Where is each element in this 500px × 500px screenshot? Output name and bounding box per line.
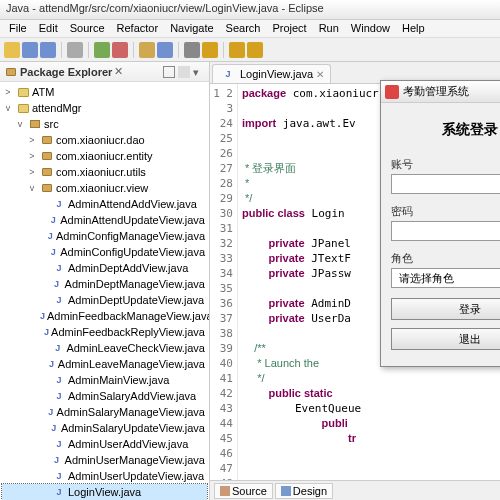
close-icon[interactable]: ✕ bbox=[316, 69, 324, 80]
tab-close-icon[interactable]: ✕ bbox=[114, 65, 123, 78]
dialog-title: 考勤管理系统 bbox=[403, 84, 469, 99]
tree[interactable]: >ATMvattendMgrvsrc>com.xiaoniucr.dao>com… bbox=[0, 82, 209, 500]
menu-run[interactable]: Run bbox=[314, 21, 344, 36]
package-com-xiaoniucr-view[interactable]: vcom.xiaoniucr.view bbox=[2, 180, 207, 196]
source-tab[interactable]: Source bbox=[214, 483, 273, 499]
app-icon bbox=[385, 85, 399, 99]
package-icon bbox=[6, 68, 16, 76]
password-input[interactable] bbox=[391, 221, 500, 241]
file-AdminSalaryUpdateView[interactable]: JAdminSalaryUpdateView.java bbox=[2, 420, 207, 436]
menu-search[interactable]: Search bbox=[221, 21, 266, 36]
search-icon[interactable] bbox=[202, 42, 218, 58]
window-title: Java - attendMgr/src/com/xiaoniucr/view/… bbox=[0, 0, 500, 20]
collapse-all-icon[interactable] bbox=[163, 66, 175, 78]
editor-tab-label: LoginView.java bbox=[240, 68, 313, 80]
login-button[interactable]: 登录 bbox=[391, 298, 500, 320]
new-package-icon[interactable] bbox=[139, 42, 155, 58]
menu-window[interactable]: Window bbox=[346, 21, 395, 36]
menu-edit[interactable]: Edit bbox=[34, 21, 63, 36]
account-input[interactable] bbox=[391, 174, 500, 194]
menu-help[interactable]: Help bbox=[397, 21, 430, 36]
package-explorer: Package Explorer ✕ ▾ >ATMvattendMgrvsrc>… bbox=[0, 62, 210, 500]
file-AdminSalaryManageView[interactable]: JAdminSalaryManageView.java bbox=[2, 404, 207, 420]
open-type-icon[interactable] bbox=[184, 42, 200, 58]
menu-file[interactable]: File bbox=[4, 21, 32, 36]
view-menu-icon[interactable]: ▾ bbox=[193, 66, 205, 78]
link-editor-icon[interactable] bbox=[178, 66, 190, 78]
file-AdminUserManageView[interactable]: JAdminUserManageView.java bbox=[2, 452, 207, 468]
file-AdminAttendAddView[interactable]: JAdminAttendAddView.java bbox=[2, 196, 207, 212]
source-icon bbox=[220, 486, 230, 496]
file-AdminUserAddView[interactable]: JAdminUserAddView.java bbox=[2, 436, 207, 452]
file-AdminSalaryAddView[interactable]: JAdminSalaryAddView.java bbox=[2, 388, 207, 404]
menubar: File Edit Source Refactor Navigate Searc… bbox=[0, 20, 500, 38]
menu-navigate[interactable]: Navigate bbox=[165, 21, 218, 36]
save-all-icon[interactable] bbox=[40, 42, 56, 58]
java-icon: J bbox=[221, 67, 235, 81]
file-AdminDeptManageView[interactable]: JAdminDeptManageView.java bbox=[2, 276, 207, 292]
exit-button[interactable]: 退出 bbox=[391, 328, 500, 350]
explorer-title: Package Explorer bbox=[20, 66, 112, 78]
file-AdminUserUpdateView[interactable]: JAdminUserUpdateView.java bbox=[2, 468, 207, 484]
menu-source[interactable]: Source bbox=[65, 21, 110, 36]
file-AdminMainView[interactable]: JAdminMainView.java bbox=[2, 372, 207, 388]
package-com-xiaoniucr-entity[interactable]: >com.xiaoniucr.entity bbox=[2, 148, 207, 164]
package-com-xiaoniucr-utils[interactable]: >com.xiaoniucr.utils bbox=[2, 164, 207, 180]
back-icon[interactable] bbox=[229, 42, 245, 58]
design-icon bbox=[281, 486, 291, 496]
new-class-icon[interactable] bbox=[157, 42, 173, 58]
menu-project[interactable]: Project bbox=[267, 21, 311, 36]
file-AdminAttendUpdateView[interactable]: JAdminAttendUpdateView.java bbox=[2, 212, 207, 228]
role-select[interactable]: 请选择角色 bbox=[391, 268, 500, 288]
file-AdminDeptAddView[interactable]: JAdminDeptAddView.java bbox=[2, 260, 207, 276]
file-AdminLeaveManageView[interactable]: JAdminLeaveManageView.java bbox=[2, 356, 207, 372]
design-tab[interactable]: Design bbox=[275, 483, 333, 499]
login-dialog: 考勤管理系统 系统登录 账号 密码 角色 请选择角色 登录 退出 bbox=[380, 80, 500, 367]
line-gutter: 1 2 3 24 25 26 27 28 29 30 31 32 33 34 3… bbox=[210, 84, 238, 480]
file-AdminDeptUpdateView[interactable]: JAdminDeptUpdateView.java bbox=[2, 292, 207, 308]
project-attendmgr[interactable]: vattendMgr bbox=[2, 100, 207, 116]
dialog-heading: 系统登录 bbox=[391, 121, 500, 139]
save-icon[interactable] bbox=[22, 42, 38, 58]
run-icon[interactable] bbox=[94, 42, 110, 58]
role-label: 角色 bbox=[391, 251, 500, 266]
debug-icon[interactable] bbox=[67, 42, 83, 58]
file-AdminFeedbackManageView[interactable]: JAdminFeedbackManageView.java bbox=[2, 308, 207, 324]
new-icon[interactable] bbox=[4, 42, 20, 58]
toolbar bbox=[0, 38, 500, 62]
project-atm[interactable]: >ATM bbox=[2, 84, 207, 100]
file-AdminConfigUpdateView[interactable]: JAdminConfigUpdateView.java bbox=[2, 244, 207, 260]
password-label: 密码 bbox=[391, 204, 500, 219]
account-label: 账号 bbox=[391, 157, 500, 172]
file-AdminLeaveCheckView[interactable]: JAdminLeaveCheckView.java bbox=[2, 340, 207, 356]
file-LoginView[interactable]: JLoginView.java bbox=[2, 484, 207, 500]
forward-icon[interactable] bbox=[247, 42, 263, 58]
menu-refactor[interactable]: Refactor bbox=[112, 21, 164, 36]
file-AdminConfigManageView[interactable]: JAdminConfigManageView.java bbox=[2, 228, 207, 244]
src-folder[interactable]: vsrc bbox=[2, 116, 207, 132]
package-com-xiaoniucr-dao[interactable]: >com.xiaoniucr.dao bbox=[2, 132, 207, 148]
stop-icon[interactable] bbox=[112, 42, 128, 58]
editor-tab[interactable]: J LoginView.java ✕ bbox=[212, 64, 331, 83]
file-AdminFeedbackReplyView[interactable]: JAdminFeedbackReplyView.java bbox=[2, 324, 207, 340]
